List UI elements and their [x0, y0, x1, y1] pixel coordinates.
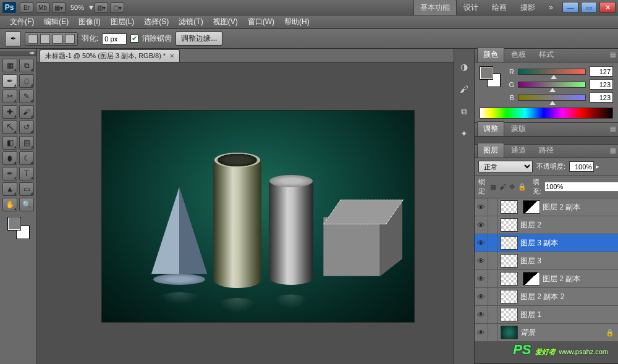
info-panel-icon[interactable]: ✦: [457, 127, 472, 140]
chevron-down-icon[interactable]: ▼: [88, 4, 95, 11]
b-input[interactable]: [590, 92, 613, 103]
menu-help[interactable]: 帮助(H): [279, 15, 315, 29]
quick-select-tool[interactable]: ⬯: [19, 74, 34, 88]
canvas[interactable]: [102, 111, 414, 322]
panel-color-swatches[interactable]: [480, 66, 501, 87]
layer-row[interactable]: 👁图层 3: [475, 252, 618, 270]
layer-name[interactable]: 图层 2 副本 2: [520, 292, 614, 302]
tab-swatches[interactable]: 色板: [505, 47, 532, 62]
layer-thumbnail[interactable]: [501, 236, 518, 250]
zoom-tool[interactable]: 🔍: [19, 198, 34, 211]
menu-edit[interactable]: 编辑(E): [39, 15, 74, 29]
menu-view[interactable]: 视图(V): [208, 15, 243, 29]
new-selection-icon[interactable]: [28, 34, 38, 44]
layer-name[interactable]: 背景: [520, 328, 606, 338]
pen-tool[interactable]: ✒: [2, 167, 17, 180]
crop-tool[interactable]: ✂: [2, 90, 17, 103]
subtract-selection-icon[interactable]: [53, 34, 62, 44]
r-input[interactable]: [590, 66, 613, 77]
marquee-tool[interactable]: ⧉: [19, 59, 34, 72]
lasso-tool[interactable]: ✒: [2, 74, 17, 88]
arrange-documents-button[interactable]: ▥▾: [95, 2, 108, 13]
layer-list[interactable]: 👁图层 2 副本👁图层 2👁图层 3 副本👁图层 3👁图层 2 副本👁图层 2 …: [475, 198, 618, 342]
workspace-painting[interactable]: 绘画: [485, 0, 514, 16]
move-tool[interactable]: ▦: [2, 59, 17, 72]
menu-image[interactable]: 图像(I): [74, 15, 105, 29]
layer-thumbnail[interactable]: [501, 290, 518, 303]
intersect-selection-icon[interactable]: [65, 34, 75, 44]
layer-row[interactable]: 👁图层 3 副本: [475, 234, 618, 252]
menu-select[interactable]: 选择(S): [139, 15, 174, 29]
panel-menu-icon[interactable]: ▤: [610, 147, 616, 154]
workspace-design[interactable]: 设计: [457, 0, 485, 16]
fill-input[interactable]: [544, 182, 618, 192]
b-slider[interactable]: [518, 95, 586, 101]
g-input[interactable]: [590, 79, 613, 90]
layer-thumbnail[interactable]: [501, 200, 518, 214]
close-icon[interactable]: ✕: [169, 53, 174, 59]
hand-tool[interactable]: ✋: [2, 198, 17, 211]
blur-tool[interactable]: ⬮: [2, 151, 17, 165]
zoom-level[interactable]: 50%: [70, 4, 84, 11]
panel-menu-icon[interactable]: ▤: [610, 125, 616, 132]
clone-panel-icon[interactable]: ⧉: [457, 104, 472, 118]
lock-position-icon[interactable]: ✥: [509, 182, 515, 192]
gradient-tool[interactable]: ▤: [19, 136, 34, 150]
brush-tool[interactable]: 🖌: [19, 105, 34, 119]
panel-menu-icon[interactable]: ▤: [610, 51, 616, 58]
history-panel-icon[interactable]: ◑: [457, 60, 472, 74]
visibility-toggle[interactable]: 👁: [475, 216, 488, 234]
menu-file[interactable]: 文件(F): [5, 15, 39, 29]
layer-name[interactable]: 图层 3: [520, 256, 614, 266]
screen-mode-button[interactable]: ▢▾: [111, 2, 124, 13]
dodge-tool[interactable]: ☾: [19, 151, 34, 165]
visibility-toggle[interactable]: 👁: [475, 324, 488, 341]
layer-row[interactable]: 👁图层 2 副本 2: [475, 288, 618, 306]
layer-thumbnail[interactable]: [501, 218, 518, 232]
path-select-tool[interactable]: ▲: [2, 182, 17, 196]
r-slider[interactable]: [518, 69, 586, 75]
visibility-toggle[interactable]: 👁: [475, 252, 488, 269]
visibility-toggle[interactable]: 👁: [475, 234, 488, 252]
add-selection-icon[interactable]: [40, 34, 50, 44]
layer-mask-thumbnail[interactable]: [523, 272, 540, 286]
canvas-viewport[interactable]: [37, 62, 454, 364]
layer-row[interactable]: 👁图层 2 副本: [475, 198, 618, 216]
chevron-right-icon[interactable]: ▸: [596, 163, 599, 171]
close-button[interactable]: ✕: [599, 2, 616, 13]
visibility-toggle[interactable]: 👁: [475, 198, 488, 216]
layer-row[interactable]: 👁图层 1: [475, 306, 618, 324]
layer-thumbnail[interactable]: [501, 326, 518, 339]
lock-transparency-icon[interactable]: ▦: [490, 182, 496, 192]
minibridge-button[interactable]: Mb: [36, 2, 49, 13]
visibility-toggle[interactable]: 👁: [475, 306, 488, 323]
g-slider[interactable]: [518, 82, 586, 88]
layer-row[interactable]: 👁背景🔒: [475, 324, 618, 342]
tab-styles[interactable]: 样式: [533, 47, 560, 62]
maximize-button[interactable]: ▭: [581, 2, 597, 13]
tab-layers[interactable]: 图层: [477, 143, 504, 158]
tab-channels[interactable]: 通道: [505, 143, 532, 158]
layer-row[interactable]: 👁图层 2 副本: [475, 270, 618, 288]
layer-name[interactable]: 图层 2 副本: [543, 274, 614, 284]
tab-color[interactable]: 颜色: [477, 47, 504, 62]
eyedropper-tool[interactable]: ✎: [19, 90, 34, 103]
lock-all-icon[interactable]: 🔒: [518, 182, 527, 192]
layer-thumbnail[interactable]: [501, 254, 518, 268]
layer-name[interactable]: 图层 3 副本: [520, 238, 614, 248]
foreground-color[interactable]: [7, 217, 21, 231]
feather-input[interactable]: [102, 33, 127, 44]
menu-window[interactable]: 窗口(W): [243, 15, 279, 29]
stamp-tool[interactable]: ⛏: [2, 121, 17, 134]
layer-name[interactable]: 图层 1: [520, 310, 614, 320]
color-swatches[interactable]: [7, 217, 30, 239]
tab-adjustments[interactable]: 调整: [477, 121, 504, 136]
workspace-essentials[interactable]: 基本功能: [413, 0, 457, 16]
tab-paths[interactable]: 路径: [533, 143, 560, 158]
opacity-input[interactable]: [569, 161, 594, 172]
layer-name[interactable]: 图层 2: [520, 220, 614, 231]
refine-edge-button[interactable]: 调整边缘...: [176, 32, 222, 46]
history-brush-tool[interactable]: ↺: [19, 121, 34, 134]
document-tab[interactable]: 未标题-1 @ 50% (图层 3 副本, RGB/8) * ✕: [40, 49, 180, 62]
layer-mask-thumbnail[interactable]: [523, 200, 540, 214]
